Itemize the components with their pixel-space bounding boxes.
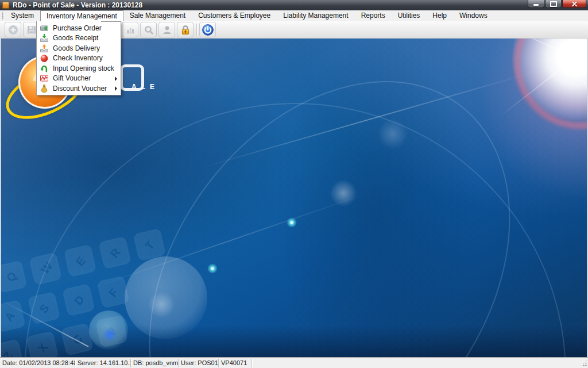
glint-dot [287, 217, 297, 228]
logo-text: ALE [131, 83, 159, 91]
menu-item-gift-voucher[interactable]: Gift Voucher [37, 74, 121, 84]
toolbar-separator [196, 24, 197, 36]
power-button[interactable] [199, 22, 216, 37]
menu-item-label: Input Opening stock [53, 64, 114, 72]
menu-reports[interactable]: Reports [355, 10, 392, 21]
titlebar: RDo - Point of Sale - Version : 20130128 [0, 0, 588, 10]
search-icon [144, 25, 154, 35]
glint-dot [207, 263, 218, 274]
menu-item-discount-voucher[interactable]: Discount Voucher [37, 83, 121, 94]
window-controls [527, 0, 588, 10]
menu-item-goods-receipt[interactable]: Goods Receipt [37, 33, 121, 44]
submenu-arrow-icon [115, 86, 117, 91]
chart-icon [125, 25, 136, 35]
maximize-icon [550, 1, 557, 7]
menu-item-purchase-order[interactable]: Purchase Order [37, 23, 121, 33]
discount-voucher-icon [40, 84, 49, 93]
menu-item-check-inventory[interactable]: Check Inventory [37, 53, 121, 64]
menu-liability-management[interactable]: Liability Management [277, 10, 354, 21]
status-date: Date: 01/02/2013 08:28:48 AM [0, 359, 75, 367]
menu-inventory-management[interactable]: Inventory Management [40, 10, 123, 21]
close-icon [571, 1, 578, 7]
menu-item-label: Check Inventory [53, 54, 103, 62]
menu-bar: System Inventory Management Sale Managem… [0, 10, 588, 21]
soft-circle [378, 119, 408, 149]
close-button[interactable] [562, 0, 586, 8]
goods-delivery-icon [40, 44, 49, 53]
menu-item-label: Purchase Order [53, 24, 102, 32]
menu-system[interactable]: System [5, 10, 40, 21]
menu-customers-employee[interactable]: Customers & Employee [192, 10, 277, 21]
menu-utilities[interactable]: Utilities [392, 10, 427, 21]
gift-voucher-icon [40, 74, 49, 83]
maximize-button[interactable] [545, 0, 562, 8]
soft-circle [330, 180, 357, 206]
status-bar: Date: 01/02/2013 08:28:48 AM Server: 14.… [0, 357, 588, 368]
add-icon [7, 24, 19, 36]
bubble [148, 292, 175, 318]
search-button[interactable] [140, 22, 157, 37]
status-user: User: POS01_01 [179, 359, 219, 367]
menubar-grip-handle[interactable] [2, 12, 3, 20]
save-icon [26, 25, 37, 35]
goods-receipt-icon [40, 33, 49, 43]
submenu-arrow-icon [115, 76, 117, 81]
menu-item-input-opening-stock[interactable]: Input Opening stock [37, 63, 121, 74]
menu-item-label: Goods Receipt [53, 34, 98, 42]
status-server: Server: 14.161.10.215 [75, 359, 131, 367]
user-icon [162, 25, 172, 35]
menu-tab-connector [37, 21, 101, 22]
input-opening-stock-icon [40, 64, 49, 73]
menu-item-label: Discount Voucher [53, 85, 107, 93]
app-icon [2, 2, 9, 9]
lock-button[interactable] [177, 22, 194, 37]
menu-help[interactable]: Help [426, 10, 453, 21]
menu-item-goods-delivery[interactable]: Goods Delivery [37, 43, 121, 53]
minimize-icon [533, 4, 539, 6]
inventory-management-menu: Purchase Order Goods Receipt Goods Deliv… [36, 21, 121, 95]
power-icon [202, 24, 214, 36]
status-db: DB: posdb_vnm [131, 359, 179, 367]
check-inventory-icon [40, 53, 49, 63]
minimize-button[interactable] [528, 0, 544, 8]
app-window: RDo - Point of Sale - Version : 20130128… [0, 0, 588, 368]
purchase-order-icon [40, 24, 49, 33]
status-empty [252, 359, 588, 367]
menu-windows[interactable]: Windows [453, 10, 494, 21]
bubble-glow [102, 327, 117, 342]
add-button[interactable] [5, 22, 21, 37]
menu-item-label: Goods Delivery [53, 44, 100, 52]
window-title: RDo - Point of Sale - Version : 20130128 [13, 1, 142, 9]
status-terminal: VP40071 [219, 359, 252, 367]
menu-sale-management[interactable]: Sale Management [123, 10, 192, 21]
user-button[interactable] [158, 22, 175, 37]
menu-item-label: Gift Voucher [53, 74, 91, 82]
chart-button[interactable] [122, 22, 138, 37]
lock-icon [180, 24, 191, 36]
